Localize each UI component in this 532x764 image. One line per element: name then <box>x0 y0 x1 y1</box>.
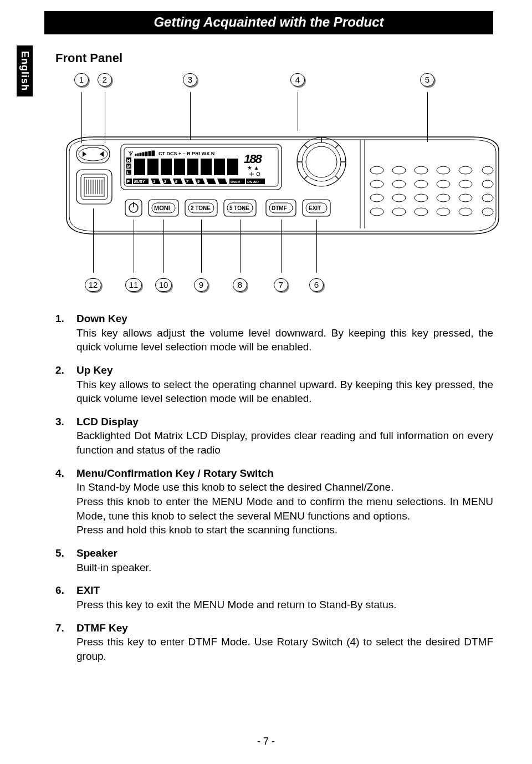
svg-rect-0 <box>76 145 110 163</box>
item-text: Backlighted Dot Matrix LCD Display, prov… <box>76 429 493 457</box>
svg-rect-34 <box>201 159 212 175</box>
svg-point-85 <box>459 208 472 216</box>
radio-panel-illustration: CT DCS + – R PRI WX N H M L 188 ★ ▲ F BU… <box>61 134 504 240</box>
page-number: - 7 - <box>0 736 532 747</box>
svg-rect-15 <box>135 154 136 156</box>
svg-point-77 <box>415 194 428 202</box>
callout-1: 1 <box>74 73 89 86</box>
item-number: 5. <box>55 546 76 574</box>
callout-7: 7 <box>274 278 288 292</box>
item-number: 4. <box>55 466 76 537</box>
list-item: 2. Up Key This key allows to select the … <box>55 363 493 406</box>
svg-rect-3 <box>81 174 108 200</box>
svg-point-81 <box>370 208 383 216</box>
front-panel-diagram: 1 2 3 4 5 <box>61 73 504 295</box>
svg-line-61 <box>335 176 339 179</box>
svg-rect-4 <box>84 177 104 196</box>
svg-rect-19 <box>145 152 147 156</box>
item-title: Speaker <box>76 546 493 561</box>
callout-5: 5 <box>420 73 434 86</box>
svg-line-57 <box>335 145 339 148</box>
svg-point-54 <box>302 142 341 181</box>
svg-text:188: 188 <box>244 152 262 166</box>
svg-point-69 <box>370 180 383 188</box>
svg-point-86 <box>482 208 493 216</box>
svg-text:5 TONE: 5 TONE <box>229 205 249 211</box>
list-item: 3. LCD Display Backlighted Dot Matrix LC… <box>55 415 493 457</box>
page-title: Getting Acquainted with the Product <box>44 11 493 34</box>
svg-line-58 <box>304 145 308 148</box>
svg-text:L: L <box>127 170 130 175</box>
svg-text:EXIT: EXIT <box>309 205 321 211</box>
svg-point-78 <box>437 194 450 202</box>
svg-point-63 <box>370 166 383 174</box>
language-tab: English <box>17 45 33 96</box>
item-text: Press this key to exit the MENU Mode and… <box>76 598 493 612</box>
callout-9: 9 <box>194 278 208 292</box>
svg-point-65 <box>415 166 428 174</box>
svg-point-75 <box>370 194 383 202</box>
svg-text:CT DCS + – R PRI WX N: CT DCS + – R PRI WX N <box>158 151 214 156</box>
svg-point-79 <box>459 194 472 202</box>
section-title: Front Panel <box>55 51 493 65</box>
svg-text:BUSY: BUSY <box>134 180 146 184</box>
svg-point-74 <box>482 180 493 188</box>
list-item: 6. EXIT Press this key to exit the MENU … <box>55 583 493 612</box>
svg-text:H: H <box>127 158 130 163</box>
item-number: 6. <box>55 583 76 612</box>
svg-text:1: 1 <box>153 180 155 184</box>
svg-point-64 <box>392 166 406 174</box>
callout-6: 6 <box>309 278 324 292</box>
svg-point-72 <box>437 180 450 188</box>
svg-text:OVER: OVER <box>231 180 241 184</box>
list-item: 4. Menu/Confirmation Key / Rotary Switch… <box>55 466 493 537</box>
svg-rect-33 <box>187 159 198 175</box>
callout-2: 2 <box>98 73 112 86</box>
svg-text:9: 9 <box>197 180 200 184</box>
svg-rect-35 <box>214 159 225 175</box>
svg-rect-32 <box>174 159 185 175</box>
svg-point-66 <box>437 166 450 174</box>
svg-text:F: F <box>127 179 130 184</box>
svg-rect-16 <box>137 154 139 156</box>
svg-point-73 <box>459 180 472 188</box>
item-text: This key allows adjust the volume level … <box>76 326 493 354</box>
description-list: 1. Down Key This key allows adjust the v… <box>55 312 493 663</box>
item-number: 1. <box>55 312 76 354</box>
svg-point-80 <box>482 194 493 202</box>
svg-text:2 TONE: 2 TONE <box>191 205 211 211</box>
svg-point-67 <box>459 166 472 174</box>
svg-rect-21 <box>152 151 155 156</box>
svg-point-76 <box>392 194 406 202</box>
item-text: This key allows to select the operating … <box>76 378 493 406</box>
svg-rect-30 <box>147 159 158 175</box>
svg-rect-29 <box>134 159 145 175</box>
item-number: 2. <box>55 363 76 406</box>
svg-rect-31 <box>161 159 172 175</box>
svg-text:5: 5 <box>175 180 177 184</box>
item-title: Down Key <box>76 312 493 326</box>
callout-4: 4 <box>290 73 305 86</box>
item-text: In Stand-by Mode use this knob to select… <box>76 480 493 537</box>
svg-rect-20 <box>149 151 151 156</box>
svg-point-82 <box>392 208 406 216</box>
svg-point-70 <box>392 180 406 188</box>
svg-text:3: 3 <box>164 180 166 184</box>
svg-text:ON AIR: ON AIR <box>247 180 259 184</box>
callout-11: 11 <box>125 278 142 292</box>
callout-3: 3 <box>183 73 197 86</box>
svg-line-62 <box>304 176 308 179</box>
item-text: Built-in speaker. <box>76 561 493 575</box>
svg-point-84 <box>437 208 450 216</box>
svg-text:★ ▲: ★ ▲ <box>247 165 259 171</box>
svg-point-55 <box>306 146 337 177</box>
callout-12: 12 <box>85 278 101 292</box>
item-number: 7. <box>55 621 76 664</box>
svg-point-68 <box>482 166 493 174</box>
list-item: 1. Down Key This key allows adjust the v… <box>55 312 493 354</box>
item-title: Menu/Confirmation Key / Rotary Switch <box>76 466 493 481</box>
svg-rect-17 <box>140 153 141 156</box>
svg-point-71 <box>415 180 428 188</box>
svg-point-83 <box>415 208 428 216</box>
list-item: 5. Speaker Built-in speaker. <box>55 546 493 574</box>
